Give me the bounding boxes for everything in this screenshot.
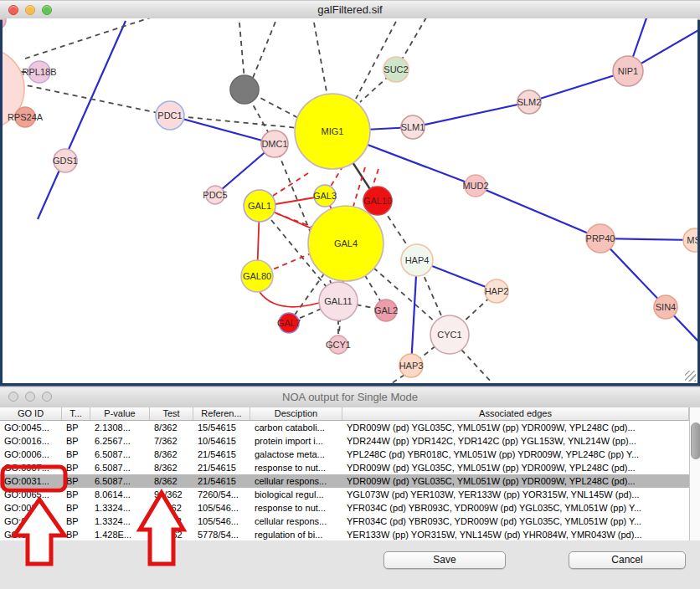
table-cell: 1.3324... — [90, 501, 150, 515]
graph-edge[interactable] — [600, 238, 697, 343]
graph-window: galFiltered.sif RPL18BRPS24AGDS1PDC1PDC5… — [0, 0, 700, 386]
network-canvas[interactable]: RPL18BRPS24AGDS1PDC1PDC5DMC1MIG1SUC2SLM1… — [3, 18, 697, 383]
table-cell: YER133W (pp) YOR315W, YNL145W (pd) YHR08… — [342, 528, 689, 541]
zoom-button[interactable] — [42, 392, 52, 402]
graph-node-label: HAP3 — [399, 361, 424, 371]
save-button[interactable]: Save — [383, 551, 506, 569]
graph-window-title: galFiltered.sif — [0, 1, 700, 19]
column-header-p-value[interactable]: P-value — [90, 407, 150, 420]
graph-node-label: MUD2 — [462, 181, 488, 191]
table-cell: GO:0045... — [0, 421, 62, 434]
graph-edge[interactable] — [170, 115, 298, 128]
close-button[interactable] — [8, 5, 18, 15]
graph-node-label: DMC1 — [261, 139, 287, 149]
table-scrollbar[interactable] — [689, 407, 700, 540]
table-cell: 7/362 — [150, 434, 193, 448]
minimize-button[interactable] — [25, 5, 35, 15]
graph-node-label: PDC1 — [157, 110, 182, 120]
table-cell: cellular respons... — [250, 515, 342, 528]
table-cell: BP — [62, 488, 90, 501]
graph-edge[interactable] — [461, 350, 492, 383]
graph-node-label: HAP4 — [405, 255, 430, 265]
column-header-go-id[interactable]: GO ID — [0, 407, 62, 420]
close-button[interactable] — [8, 392, 18, 402]
table-row[interactable]: GO:0031...BP6.5087...8/36221/54615cellul… — [0, 474, 689, 488]
table-header-row: GO IDT...P-valueTestReferen...Desciption… — [0, 407, 700, 421]
noa-window-title: NOA output for Single Mode — [0, 387, 700, 407]
graph-edge[interactable] — [476, 186, 600, 238]
graph-node-label: NIP1 — [618, 66, 638, 76]
graph-node-label: PDC5 — [203, 190, 227, 200]
table-cell: YDR009W (pd) YGL035C, YML051W (pp) YDR00… — [342, 421, 689, 434]
graph-edge[interactable] — [239, 18, 244, 80]
table-row[interactable]: GO:0006...BP6.5087...8/36221/54615galact… — [0, 448, 689, 461]
resize-grip-icon[interactable] — [685, 371, 696, 382]
table-cell: protein import i... — [250, 434, 342, 448]
table-cell: 15/54615 — [193, 421, 250, 434]
table-cell: 105/546... — [193, 515, 250, 528]
table-cell: 6.5087... — [90, 448, 150, 461]
graph-node-label: GCY1 — [326, 340, 351, 350]
graph-edge[interactable] — [312, 18, 327, 96]
table-cell: GO:0006... — [0, 448, 62, 461]
table-row[interactable]: GO:0045...BP2.1308...8/36215/54615carbon… — [0, 421, 689, 434]
noa-window-titlebar[interactable]: NOA output for Single Mode — [0, 387, 700, 408]
table-row[interactable]: GO:0016...BP6.2567...7/36210/54615protei… — [0, 434, 689, 448]
graph-edge[interactable] — [413, 102, 529, 127]
graph-edge[interactable] — [18, 84, 170, 115]
table-cell: YPL248C (pd) YBR018C, YML051W (pp) YDR00… — [342, 448, 689, 461]
column-header-associated-edges[interactable]: Associated edges — [342, 407, 689, 420]
cancel-button[interactable]: Cancel — [569, 551, 686, 569]
column-header-test[interactable]: Test — [150, 407, 193, 420]
table-cell: cellular respons... — [250, 474, 342, 488]
table-cell: 6.5087... — [90, 461, 150, 474]
table-row[interactable]: GO:0031...BP1.3324...11/362105/546...res… — [0, 501, 689, 515]
column-header-referen[interactable]: Referen... — [193, 407, 250, 420]
table-cell: 11/362 — [150, 515, 193, 528]
graph-node-label: GAL3 — [313, 191, 337, 201]
table-cell: GO:0031... — [0, 501, 62, 515]
table-cell: 1.428E... — [90, 528, 150, 541]
table-cell: 2.1308... — [90, 421, 150, 434]
graph-node-label: GAL7 — [277, 318, 301, 328]
table-row[interactable]: GO:0007...BP6.5087...8/36221/54615respon… — [0, 461, 689, 474]
graph-node-label: SLM2 — [517, 97, 542, 107]
zoom-button[interactable] — [42, 5, 52, 15]
graph-edge[interactable] — [25, 18, 163, 59]
table-cell: GO:0007... — [0, 461, 62, 474]
graph-edge[interactable] — [170, 115, 275, 144]
table-row[interactable]: GO:0031...BP1.3324...11/362105/546...cel… — [0, 515, 689, 528]
table-cell: BP — [62, 421, 90, 434]
table-cell: 8/362 — [150, 448, 193, 461]
table-cell: GO:0065... — [0, 488, 62, 501]
table-cell: GO:0050... — [0, 528, 62, 541]
graph-node[interactable] — [3, 18, 6, 29]
graph-edge[interactable] — [260, 292, 319, 307]
table-cell: galactose meta... — [250, 448, 342, 461]
graph-edge[interactable] — [38, 21, 126, 219]
table-row[interactable]: GO:0050...BP1.428E...80/3625778/54...reg… — [0, 528, 689, 541]
table-cell: 11/362 — [150, 501, 193, 515]
graph-window-titlebar[interactable]: galFiltered.sif — [0, 0, 700, 20]
table-cell: response to nut... — [250, 501, 342, 515]
noa-output-window: NOA output for Single Mode GO IDT...P-va… — [0, 386, 700, 589]
graph-edge[interactable] — [270, 173, 308, 197]
table-cell: BP — [62, 515, 90, 528]
table-cell: 105/546... — [193, 501, 250, 515]
scrollbar-thumb[interactable] — [691, 423, 700, 459]
column-header-desciption[interactable]: Desciption — [250, 407, 342, 420]
graph-edge[interactable] — [251, 18, 279, 82]
results-table: GO IDT...P-valueTestReferen...Desciption… — [0, 407, 700, 541]
minimize-button[interactable] — [25, 392, 35, 402]
graph-node-label: HAP2 — [485, 286, 509, 296]
graph-node-label: GAL4 — [334, 238, 358, 248]
graph-node[interactable] — [230, 75, 259, 104]
table-cell: 8/362 — [150, 421, 193, 434]
graph-edge[interactable] — [392, 375, 404, 383]
column-header-t[interactable]: T... — [62, 407, 90, 420]
table-cell: 1.3324... — [90, 515, 150, 528]
table-row[interactable]: GO:0065...BP8.0614...94/3627260/54...bio… — [0, 488, 689, 501]
graph-node-label: SUC2 — [383, 64, 408, 74]
table-cell: GO:0016... — [0, 434, 62, 448]
table-cell: 7260/54... — [193, 488, 250, 501]
